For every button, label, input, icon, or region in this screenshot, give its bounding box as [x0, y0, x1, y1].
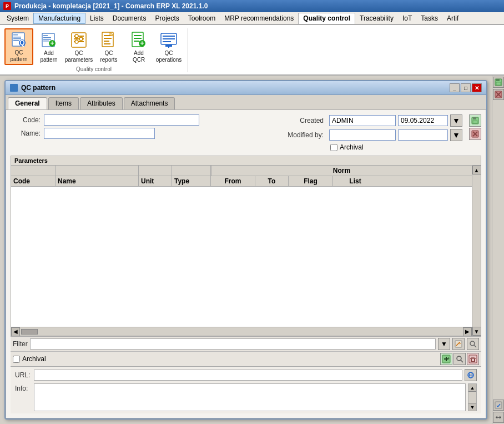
form-tabs: General Items Attributes Attachments: [6, 95, 486, 109]
filter-search-icon: [469, 340, 477, 348]
svg-marker-73: [496, 416, 497, 419]
info-textarea[interactable]: [34, 383, 466, 411]
svg-rect-38: [168, 47, 169, 48]
info-scrollbar: ▲ ▼: [468, 383, 477, 411]
ribbon-content: Q QC pattern: [0, 24, 504, 74]
h-scroll-right-button[interactable]: ▶: [463, 327, 472, 336]
menu-traceability[interactable]: Traceability: [355, 13, 398, 24]
svg-point-48: [470, 341, 475, 346]
created-user-input[interactable]: [329, 115, 396, 126]
menu-system[interactable]: System: [2, 13, 33, 24]
info-scroll-track: [468, 392, 476, 403]
tab-attachments[interactable]: Attachments: [124, 97, 175, 109]
archival-checkbox-bottom[interactable]: [13, 356, 20, 363]
dialog-maximize-button[interactable]: □: [461, 83, 471, 92]
save-button[interactable]: [469, 114, 481, 127]
svg-rect-28: [134, 35, 142, 36]
col-header-unit: [139, 166, 172, 176]
params-data-area[interactable]: [11, 187, 472, 327]
menu-iot[interactable]: IoT: [398, 13, 416, 24]
h-scroll-left-button[interactable]: ◀: [11, 327, 20, 336]
menu-toolroom[interactable]: Toolroom: [184, 13, 220, 24]
ribbon-group-qc: Q QC pattern: [2, 28, 188, 72]
archival-row: Archival: [330, 143, 462, 151]
menu-manufacturing[interactable]: Manufacturing: [33, 13, 85, 24]
sidebar-cancel-button[interactable]: [493, 89, 504, 100]
search-row-button[interactable]: [453, 353, 466, 365]
sidebar-save-icon: [495, 78, 502, 86]
created-date-input[interactable]: [398, 115, 448, 126]
modified-label: Modified by:: [283, 131, 327, 139]
sidebar-link-button[interactable]: [493, 400, 504, 411]
delete-row-button[interactable]: [467, 353, 479, 365]
menu-lists[interactable]: Lists: [85, 13, 108, 24]
cancel-button[interactable]: [469, 128, 481, 140]
dialog-close-button[interactable]: ✕: [472, 83, 482, 92]
qc-parameters-button[interactable]: QC parameters: [64, 29, 93, 65]
info-scroll-up-button[interactable]: ▲: [468, 384, 476, 392]
menu-mrp[interactable]: MRP recommendations: [220, 13, 298, 24]
svg-rect-61: [471, 361, 475, 362]
add-pattern-label: Add pattern: [37, 50, 61, 63]
col-type-header: Type: [172, 176, 211, 186]
url-input[interactable]: [34, 370, 462, 381]
svg-marker-74: [500, 416, 501, 419]
filter-input[interactable]: [30, 338, 436, 350]
tab-general[interactable]: General: [8, 97, 47, 109]
svg-line-49: [474, 345, 476, 347]
info-scroll-down-button[interactable]: ▼: [468, 403, 476, 411]
created-date-picker-button[interactable]: ▼: [450, 114, 462, 127]
v-scroll-up-button[interactable]: ▲: [472, 166, 481, 174]
modified-date-picker-button[interactable]: ▼: [450, 129, 462, 141]
url-info-area: URL: Info:: [11, 366, 481, 413]
svg-rect-23: [104, 38, 112, 39]
svg-rect-30: [134, 41, 139, 42]
tab-items[interactable]: Items: [48, 97, 79, 109]
v-scroll-track: [474, 176, 480, 326]
menu-tasks[interactable]: Tasks: [416, 13, 442, 24]
dialog-minimize-button[interactable]: _: [450, 83, 460, 92]
sidebar-expand-button[interactable]: [493, 412, 504, 423]
right-sidebar: [492, 76, 504, 424]
ribbon-group-label: Quality control: [4, 66, 183, 72]
menu-artif[interactable]: Artif: [442, 13, 463, 24]
h-scrollbar[interactable]: ◀ ▶: [11, 327, 472, 336]
name-input[interactable]: [44, 128, 155, 139]
add-row-button[interactable]: [440, 353, 452, 365]
qc-operations-button[interactable]: QC operations: [154, 29, 183, 65]
code-input[interactable]: [44, 114, 199, 126]
svg-rect-1: [13, 34, 18, 36]
filter-search-button[interactable]: [467, 338, 479, 350]
modified-user-input[interactable]: [329, 129, 396, 141]
add-pattern-button[interactable]: + Add pattern: [34, 29, 63, 65]
params-header-1: Norm: [11, 166, 472, 176]
tab-attributes[interactable]: Attributes: [80, 97, 123, 109]
filter-edit-button[interactable]: [452, 338, 465, 350]
qc-reports-label: QC reports: [97, 50, 120, 63]
qc-pattern-button[interactable]: Q QC pattern: [4, 28, 33, 65]
qc-operations-label: QC operations: [156, 50, 182, 63]
archival-label-bottom: Archival: [22, 355, 46, 363]
app-icon: P: [3, 2, 11, 10]
filter-dropdown-button[interactable]: ▼: [438, 338, 450, 350]
qc-pattern-dialog: QC pattern _ □ ✕ General Items Attribute…: [4, 80, 487, 420]
menu-projects[interactable]: Projects: [150, 13, 183, 24]
col-header-norm: Norm: [211, 166, 472, 176]
menu-quality-control[interactable]: Quality control: [298, 13, 355, 24]
dialog-title-text: QC pattern: [21, 84, 56, 92]
v-scrollbar[interactable]: ▲ ▼: [472, 166, 481, 336]
qc-reports-button[interactable]: QC reports: [94, 29, 123, 65]
archival-checkbox-top[interactable]: [330, 144, 337, 151]
add-qcr-label: Add QCR: [127, 50, 150, 63]
modified-date-input[interactable]: [398, 129, 448, 141]
url-browse-button[interactable]: [465, 369, 477, 381]
add-qcr-button[interactable]: + Add QCR: [124, 29, 153, 65]
sidebar-expand-icon: [495, 413, 502, 421]
form-body: Code: Name: Created: [6, 109, 486, 418]
svg-rect-59: [471, 359, 472, 362]
menu-documents[interactable]: Documents: [108, 13, 151, 24]
sidebar-save-button[interactable]: [493, 77, 504, 88]
h-scroll-thumb[interactable]: [21, 329, 38, 335]
form-action-buttons: [469, 114, 481, 151]
v-scroll-down-button[interactable]: ▼: [472, 327, 481, 336]
